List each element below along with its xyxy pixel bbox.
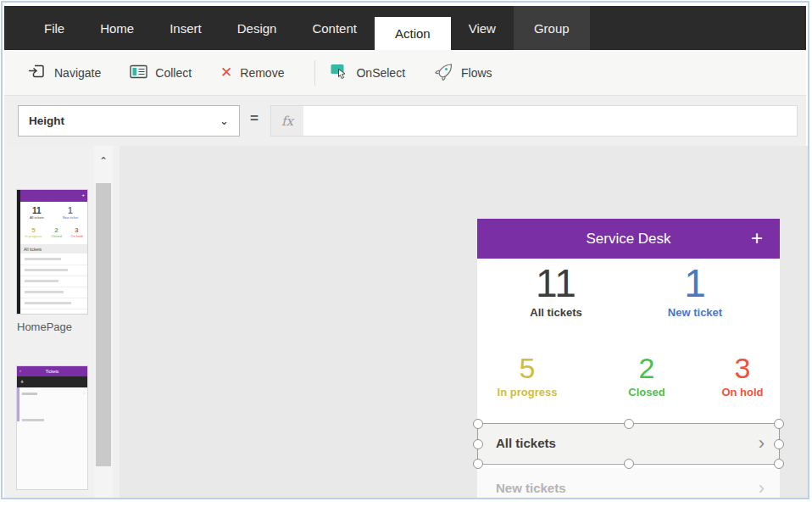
mini-list-placeholder (20, 298, 87, 309)
app-window: File Home Insert Design Content Action V… (1, 1, 809, 499)
app-screen-preview: Service Desk + 11 All tickets 1 New tick… (477, 219, 780, 498)
fx-icon: fx (271, 106, 303, 136)
thumbnail2-text-placeholder (22, 419, 44, 421)
mini-stat-progress-label: In progress (25, 234, 42, 238)
thumbnail2-header: Tickets (17, 366, 87, 376)
tab-content[interactable]: Content (294, 6, 375, 50)
navigate-label: Navigate (54, 66, 101, 80)
mini-list-placeholder (20, 265, 87, 276)
formula-bar: Height ⌄ = fx (4, 96, 806, 146)
tab-action[interactable]: Action (375, 17, 451, 50)
property-dropdown-value: Height (29, 114, 64, 127)
stat-new-ticket[interactable]: 1 New ticket (640, 263, 750, 319)
stat-in-progress-label: In progress (485, 386, 570, 398)
stat-new-ticket-label: New ticket (640, 306, 750, 319)
back-chevron-icon: ‹ (19, 368, 21, 373)
toolbar-separator (314, 60, 315, 86)
mini-stat-closed-label: Closed (51, 234, 61, 238)
onselect-pointer-icon (331, 64, 348, 82)
property-dropdown[interactable]: Height ⌄ (18, 105, 240, 136)
mini-stat-closed: 2 (51, 227, 61, 234)
add-ticket-icon[interactable]: + (751, 226, 763, 250)
onselect-button[interactable]: OnSelect (331, 64, 405, 82)
thumbnail-header: Service Desk (20, 190, 87, 202)
mini-stat-all: 11 (30, 207, 44, 215)
onselect-label: OnSelect (356, 66, 405, 80)
thumbnail-secondary-stats: 5 In progress 2 Closed 3 On hold (20, 227, 87, 238)
resize-handle-bottom-right[interactable] (774, 459, 784, 469)
action-toolbar: Navigate Collect ✕ Remove (4, 50, 806, 96)
list-item-new-tickets[interactable]: New tickets › (477, 468, 780, 498)
navigate-page-arrow-icon (28, 64, 47, 81)
mini-list-placeholder (20, 276, 87, 287)
collect-table-icon (130, 64, 147, 81)
chevron-right-icon: › (759, 477, 765, 499)
mini-stat-all-label: All tickets (30, 215, 44, 220)
thumbnail-primary-stats: 11 All tickets 1 New ticket (20, 207, 87, 220)
flows-button[interactable]: Flows (434, 63, 492, 83)
stat-all-tickets[interactable]: 11 All tickets (501, 263, 611, 319)
stat-closed-value: 2 (604, 353, 689, 383)
collect-button[interactable]: Collect (130, 64, 192, 81)
formula-input-container: fx (270, 105, 798, 136)
sidebar-scrollbar[interactable]: ⌃ (94, 146, 113, 498)
mini-list-placeholder (20, 254, 87, 265)
stat-on-hold-value: 3 (700, 353, 780, 383)
tab-insert[interactable]: Insert (152, 6, 220, 50)
list-item-label: All tickets (496, 436, 556, 450)
app-header[interactable]: Service Desk (477, 219, 780, 259)
thumbnail2-accent-strip (17, 387, 19, 421)
thumbnail-add-icon: + (81, 192, 85, 198)
stat-all-tickets-value: 11 (501, 263, 611, 304)
stat-new-ticket-value: 1 (640, 263, 750, 304)
list-item-all-tickets[interactable]: All tickets › (477, 423, 780, 463)
stat-in-progress-value: 5 (485, 353, 570, 383)
resize-handle-middle-right[interactable] (774, 439, 784, 449)
navigate-button[interactable]: Navigate (28, 64, 101, 81)
stat-on-hold[interactable]: 3 On hold (700, 353, 780, 398)
resize-handle-bottom-left[interactable] (473, 459, 483, 469)
screens-panel: Service Desk + 11 All tickets 1 New tick… (4, 146, 120, 498)
tab-home[interactable]: Home (82, 6, 152, 50)
resize-handle-bottom-middle[interactable] (624, 459, 634, 469)
mini-stat-progress: 5 (25, 227, 42, 234)
remove-x-icon: ✕ (220, 65, 232, 80)
menu-bar: File Home Insert Design Content Action V… (4, 6, 806, 50)
remove-button[interactable]: ✕ Remove (220, 65, 284, 80)
screen-thumbnail-tickets[interactable]: Tickets ‹ + › (17, 366, 87, 489)
formula-input[interactable] (303, 106, 797, 136)
mini-stat-new: 1 (63, 207, 78, 215)
list-item-label: New tickets (496, 481, 566, 495)
remove-label: Remove (240, 66, 284, 80)
screen-thumbnail-homepage[interactable]: Service Desk + 11 All tickets 1 New tick… (17, 190, 87, 314)
tab-group[interactable]: Group (514, 6, 590, 50)
tab-view[interactable]: View (451, 6, 514, 50)
mini-stat-hold-label: On hold (71, 234, 83, 238)
thumbnail2-toolbar: + (17, 376, 87, 387)
collect-label: Collect (155, 66, 192, 80)
mini-list-row: All tickets (20, 244, 87, 254)
resize-handle-top-left[interactable] (473, 419, 483, 429)
stat-all-tickets-label: All tickets (501, 306, 611, 319)
scroll-up-icon[interactable]: ⌃ (94, 151, 113, 171)
flows-label: Flows (461, 66, 492, 80)
mini-list-placeholder (20, 287, 87, 298)
thumbnail2-chevron: › (83, 390, 85, 395)
mini-stat-new-label: New ticket (63, 215, 78, 220)
stat-closed-label: Closed (604, 386, 689, 398)
resize-handle-top-right[interactable] (774, 419, 784, 429)
tab-file[interactable]: File (26, 6, 82, 50)
resize-handle-middle-left[interactable] (473, 439, 483, 449)
scrollbar-thumb[interactable] (96, 183, 111, 466)
stat-closed[interactable]: 2 Closed (604, 353, 689, 398)
mini-stat-hold: 3 (71, 227, 83, 234)
stat-on-hold-label: On hold (700, 386, 780, 398)
resize-handle-top-middle[interactable] (624, 419, 634, 429)
screen-name-homepage[interactable]: HomePage (17, 320, 72, 333)
stat-in-progress[interactable]: 5 In progress (485, 353, 570, 398)
chevron-down-icon: ⌄ (220, 114, 229, 127)
chevron-right-icon: › (759, 432, 765, 454)
equals-sign: = (250, 110, 259, 127)
tab-design[interactable]: Design (220, 6, 295, 50)
flows-rocket-icon (434, 63, 453, 83)
